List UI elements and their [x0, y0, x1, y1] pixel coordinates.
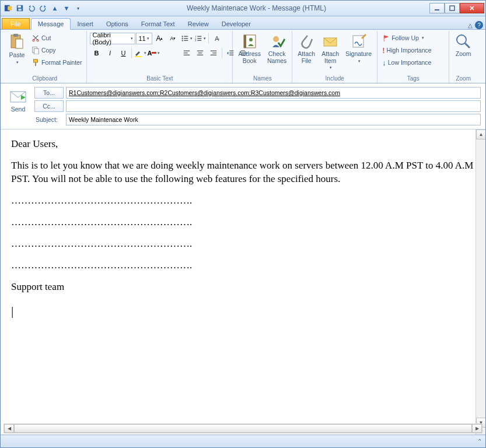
qat-save-button[interactable] [15, 3, 25, 13]
font-size-select[interactable]: 11▾ [136, 33, 152, 44]
svg-rect-4 [18, 9, 21, 11]
close-button[interactable] [460, 3, 484, 13]
group-clipboard: Paste ▾ Cut Copy Format Painter Clipboar… [3, 31, 87, 83]
svg-rect-22 [184, 40, 188, 41]
group-include-title: Include [295, 75, 374, 83]
highlight-button[interactable]: ▾ [134, 47, 146, 60]
group-include: Attach File Attach Item▾ Signature▾ Incl… [292, 31, 377, 83]
help-icon[interactable]: ? [475, 21, 483, 29]
svg-rect-34 [197, 55, 204, 55]
check-names-button[interactable]: Check Names [265, 32, 289, 65]
underline-button[interactable]: U [117, 47, 130, 60]
high-importance-button[interactable]: !High Importance [380, 44, 446, 56]
cc-button[interactable]: Cc... [34, 100, 64, 112]
shrink-font-button[interactable]: A▾ [166, 32, 179, 45]
font-name-select[interactable]: Calibri (Body)▾ [90, 33, 135, 44]
svg-rect-39 [230, 52, 234, 53]
svg-rect-38 [230, 51, 234, 51]
svg-rect-13 [34, 48, 39, 54]
copy-button[interactable]: Copy [30, 44, 83, 56]
follow-up-button[interactable]: Follow Up▾ [380, 32, 446, 44]
svg-rect-33 [198, 52, 202, 53]
minimize-button[interactable] [429, 3, 445, 13]
align-right-button[interactable] [207, 47, 220, 60]
outlook-icon [3, 3, 13, 13]
qat-redo-button[interactable] [38, 3, 48, 13]
svg-rect-32 [197, 51, 204, 51]
grow-font-button[interactable]: A▴ [153, 32, 166, 45]
svg-rect-15 [35, 62, 36, 66]
compose-header: Send To... R1Customers@digianswers.com;R… [1, 83, 485, 130]
svg-rect-43 [241, 55, 245, 55]
maximize-button[interactable] [445, 3, 460, 13]
attach-file-button[interactable]: Attach File [295, 32, 317, 65]
tab-review[interactable]: Review [181, 19, 215, 29]
to-button[interactable]: To... [34, 87, 64, 99]
message-body-area[interactable]: Dear Users, This is to let you know that… [1, 130, 485, 438]
bullets-button[interactable]: ▾ [180, 32, 193, 45]
numbering-button[interactable]: 123▾ [194, 32, 207, 45]
subject-label: Subject: [34, 116, 64, 123]
scroll-left-button[interactable]: ◀ [4, 424, 14, 433]
svg-rect-8 [13, 34, 18, 37]
group-names-title: Names [236, 75, 289, 83]
low-importance-button[interactable]: ↓Low Importance [380, 57, 446, 68]
send-button[interactable] [9, 90, 27, 104]
svg-rect-18 [184, 36, 188, 37]
align-center-button[interactable] [194, 47, 207, 60]
svg-rect-20 [184, 38, 188, 38]
group-tags-title: Tags [380, 75, 446, 83]
send-label: Send [11, 106, 26, 113]
body-signoff: Support team [11, 281, 475, 294]
scroll-right-button[interactable]: ▶ [472, 424, 482, 433]
svg-rect-6 [450, 6, 454, 10]
qat-customize-button[interactable]: ▾ [73, 3, 83, 13]
format-painter-button[interactable]: Format Painter [30, 57, 83, 68]
group-tags: Follow Up▾ !High Importance ↓Low Importa… [377, 31, 449, 83]
horizontal-scrollbar[interactable]: ◀ ▶ [4, 424, 482, 433]
qat-previous-button[interactable]: ▲ [50, 3, 60, 13]
svg-point-17 [182, 36, 183, 37]
svg-rect-36 [213, 52, 217, 53]
qat-next-button[interactable]: ▼ [61, 3, 72, 13]
cc-field[interactable] [66, 100, 481, 112]
vertical-scrollbar[interactable]: ▲ ▼ [475, 130, 485, 438]
tab-developer[interactable]: Developer [215, 19, 257, 29]
clear-formatting-button[interactable]: A̶ [211, 32, 223, 45]
cut-button[interactable]: Cut [30, 32, 83, 44]
svg-rect-5 [435, 9, 439, 10]
qat-undo-button[interactable] [26, 3, 37, 13]
group-zoom: Zoom Zoom [449, 31, 477, 83]
svg-rect-16 [135, 56, 142, 57]
body-dots: ………………………………………………. [11, 194, 475, 208]
group-basic-text-title: Basic Text [90, 75, 229, 83]
svg-point-21 [182, 40, 183, 41]
paste-button[interactable]: Paste ▾ [6, 32, 28, 66]
attach-item-button[interactable]: Attach Item▾ [319, 32, 341, 71]
svg-rect-3 [18, 6, 21, 8]
zoom-button[interactable]: Zoom [452, 32, 474, 59]
scroll-thumb[interactable] [14, 424, 472, 433]
align-left-button[interactable] [180, 47, 193, 60]
ribbon-minimize-icon[interactable]: △ [468, 22, 473, 29]
titlebar: ▲ ▼ ▾ Weekly Maintenace Work - Message (… [1, 1, 485, 16]
scroll-up-button[interactable]: ▲ [476, 130, 485, 139]
text-cursor: | [11, 302, 475, 320]
tab-options[interactable]: Options [100, 19, 135, 29]
subject-field[interactable]: Weekly Maintenace Work [66, 114, 481, 125]
increase-indent-button[interactable] [237, 47, 250, 60]
svg-rect-1 [8, 6, 12, 10]
font-color-button[interactable]: A▾ [147, 47, 160, 60]
tab-insert[interactable]: Insert [71, 19, 100, 29]
svg-rect-42 [241, 52, 245, 53]
ribbon-expand-icon[interactable]: ⌃ [477, 438, 482, 444]
italic-button[interactable]: I [103, 47, 116, 60]
to-field[interactable]: R1Customers@digianswers.com;R2Customers@… [66, 87, 481, 99]
file-tab[interactable]: File [2, 18, 30, 29]
tab-format-text[interactable]: Format Text [135, 19, 181, 29]
signature-button[interactable]: Signature▾ [343, 32, 374, 65]
window-title: Weekly Maintenace Work - Message (HTML) [83, 4, 429, 12]
bold-button[interactable]: B [90, 47, 103, 60]
decrease-indent-button[interactable] [224, 47, 237, 60]
tab-message[interactable]: Message [31, 18, 71, 30]
